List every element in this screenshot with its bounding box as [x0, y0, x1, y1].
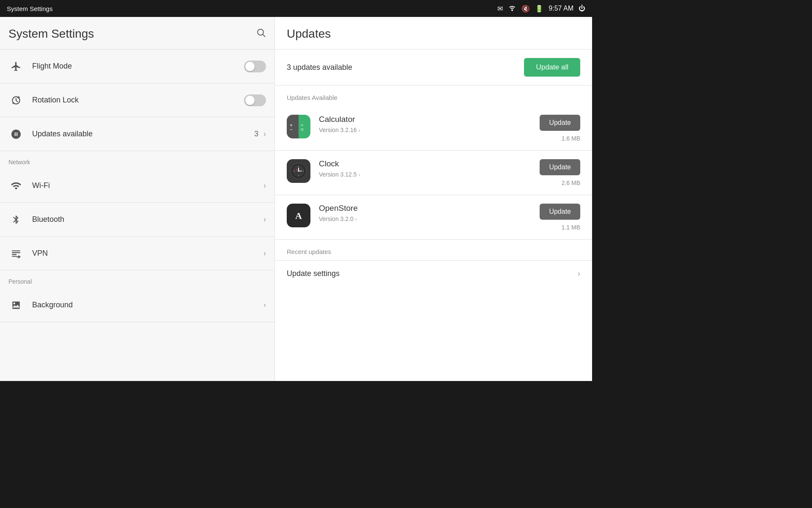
network-section-header: Network	[0, 151, 274, 169]
sidebar-item-flight-mode[interactable]: Flight Mode	[0, 50, 274, 83]
flight-mode-toggle-wrap	[244, 61, 266, 72]
rotation-lock-label: Rotation Lock	[32, 96, 244, 105]
svg-point-17	[298, 171, 299, 172]
wifi-icon	[8, 178, 24, 193]
calculator-version: Version 3.2.16 ›	[319, 127, 531, 133]
update-settings-label: Update settings	[287, 269, 340, 278]
content-panel: Updates 3 updates available Update all U…	[275, 17, 592, 381]
sidebar-item-updates[interactable]: Updates available 3 ›	[0, 117, 274, 151]
sidebar-item-rotation-lock[interactable]: Rotation Lock	[0, 83, 274, 117]
calculator-name: Calculator	[319, 115, 531, 124]
svg-text:A: A	[295, 210, 302, 221]
update-all-button[interactable]: Update all	[524, 58, 580, 77]
main-container: System Settings Flight Mode	[0, 17, 592, 381]
flight-mode-toggle[interactable]	[244, 61, 266, 72]
vpn-right: ›	[263, 249, 266, 258]
battery-icon: 🔋	[535, 5, 543, 13]
flight-mode-icon	[8, 59, 24, 74]
updates-chevron: ›	[263, 130, 266, 138]
update-item-calculator: + − ÷ = Calculator Version 3.2.16 ›	[275, 106, 592, 151]
bluetooth-right: ›	[263, 215, 266, 224]
calculator-info: Calculator Version 3.2.16 ›	[319, 115, 531, 133]
vpn-chevron: ›	[263, 249, 266, 258]
update-item-clock: Clock Version 3.12.5 › Update 2.6 MB	[275, 151, 592, 195]
wifi-chevron: ›	[263, 181, 266, 190]
updates-count: 3	[254, 130, 258, 138]
openstore-version: Version 3.2.0 ›	[319, 215, 531, 222]
calculator-size: 1.6 MB	[562, 135, 580, 142]
openstore-size: 1.1 MB	[562, 224, 580, 231]
rotation-lock-toggle[interactable]	[244, 94, 266, 106]
sidebar: System Settings Flight Mode	[0, 17, 275, 381]
clock-info: Clock Version 3.12.5 ›	[319, 159, 531, 178]
personal-section-header: Personal	[0, 271, 274, 288]
background-chevron: ›	[263, 301, 266, 309]
content-header: Updates	[275, 17, 592, 50]
search-button[interactable]	[256, 28, 266, 40]
openstore-update-button[interactable]: Update	[540, 204, 580, 220]
calculator-app-icon: + − ÷ =	[287, 115, 310, 138]
sidebar-item-wifi[interactable]: Wi-Fi ›	[0, 169, 274, 203]
status-bar: ✉ 🔇 🔋 9:57 AM ⏻	[497, 4, 585, 13]
flight-mode-label: Flight Mode	[32, 62, 244, 71]
wifi-label: Wi-Fi	[32, 181, 263, 190]
updates-icon	[8, 127, 24, 142]
clock-name: Clock	[319, 159, 531, 168]
updates-right: 3 ›	[254, 130, 266, 138]
calculator-update-button[interactable]: Update	[540, 115, 580, 131]
bluetooth-label: Bluetooth	[32, 215, 263, 224]
update-settings-row[interactable]: Update settings ›	[275, 260, 592, 287]
clock-version: Version 3.12.5 ›	[319, 171, 531, 178]
update-settings-chevron: ›	[578, 269, 580, 278]
svg-point-0	[258, 29, 263, 35]
openstore-version-chevron: ›	[355, 216, 357, 222]
sidebar-header: System Settings	[0, 17, 274, 50]
sidebar-item-background[interactable]: Background ›	[0, 288, 274, 322]
bluetooth-chevron: ›	[263, 215, 266, 224]
svg-line-1	[263, 35, 266, 37]
updates-available-label: Updates Available	[275, 86, 592, 106]
clock-size: 2.6 MB	[562, 179, 580, 186]
content-title: Updates	[287, 27, 331, 41]
vpn-label: VPN	[32, 249, 263, 258]
background-right: ›	[263, 301, 266, 309]
update-item-openstore: A OpenStore Version 3.2.0 › Update 1.1 M…	[275, 195, 592, 240]
updates-summary: 3 updates available Update all	[275, 50, 592, 86]
openstore-name: OpenStore	[319, 204, 531, 213]
updates-count-text: 3 updates available	[287, 63, 352, 72]
openstore-app-icon: A	[287, 204, 310, 227]
rotation-lock-toggle-wrap	[244, 94, 266, 106]
updates-label: Updates available	[32, 130, 254, 138]
mute-icon: 🔇	[521, 5, 530, 13]
sidebar-title: System Settings	[8, 27, 94, 41]
clock-app-icon	[287, 159, 310, 183]
background-icon	[8, 298, 24, 313]
app-title: System Settings	[7, 5, 52, 12]
calculator-version-chevron: ›	[359, 127, 360, 133]
clock-update-right: Update 2.6 MB	[540, 159, 580, 186]
rotation-lock-icon	[8, 93, 24, 108]
svg-text:−: −	[290, 127, 293, 131]
clock-version-chevron: ›	[359, 171, 360, 178]
vpn-icon	[8, 246, 24, 261]
sidebar-item-bluetooth[interactable]: Bluetooth ›	[0, 203, 274, 237]
time-display: 9:57 AM	[549, 5, 573, 12]
wifi-right: ›	[263, 181, 266, 190]
title-bar: System Settings ✉ 🔇 🔋 9:57 AM ⏻	[0, 0, 592, 17]
background-label: Background	[32, 301, 263, 309]
svg-text:=: =	[301, 127, 304, 131]
recent-updates-label: Recent updates	[275, 240, 592, 260]
sidebar-item-vpn[interactable]: VPN ›	[0, 237, 274, 271]
bluetooth-icon	[8, 212, 24, 227]
svg-point-3	[14, 302, 15, 304]
openstore-update-right: Update 1.1 MB	[540, 204, 580, 231]
email-icon: ✉	[497, 5, 503, 13]
wifi-status-icon	[508, 4, 516, 13]
power-icon: ⏻	[579, 5, 585, 12]
openstore-info: OpenStore Version 3.2.0 ›	[319, 204, 531, 222]
calculator-update-right: Update 1.6 MB	[540, 115, 580, 142]
clock-update-button[interactable]: Update	[540, 159, 580, 175]
